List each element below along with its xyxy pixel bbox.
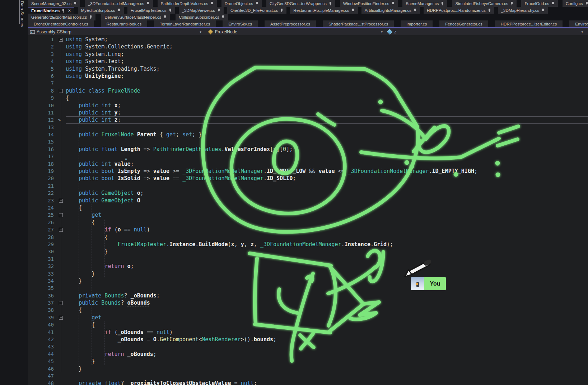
code-text[interactable]: public GameObject o; (66, 189, 588, 197)
type-dropdown[interactable]: FruxelNode ▾ (203, 28, 384, 35)
pin-icon[interactable] (117, 8, 121, 13)
code-text[interactable]: } (66, 248, 588, 255)
pin-icon[interactable] (89, 15, 92, 19)
tab-shaderpackage-stprocessor-cs[interactable]: ShaderPackage...stProcessor.cs (323, 20, 394, 27)
code-text[interactable]: public int z; (66, 116, 588, 123)
code-text[interactable]: using System; (66, 36, 588, 43)
code-text[interactable]: using System.Text; (66, 58, 588, 65)
code-text[interactable]: private Bounds? _oBounds; (66, 292, 588, 299)
code-text[interactable]: using UnityEngine; (66, 72, 588, 80)
tab-droneobject-cs[interactable]: DroneObject.cs (221, 0, 262, 7)
fold-collapse-icon[interactable] (59, 38, 63, 42)
pin-icon[interactable] (351, 8, 355, 13)
code-text[interactable]: } (66, 270, 588, 277)
fold-collapse-icon[interactable] (59, 316, 63, 320)
pin-icon[interactable] (329, 1, 332, 6)
data-sources-vertical-tab[interactable]: Data Sources (20, 1, 24, 27)
code-text[interactable]: using System.Threading.Tasks; (66, 65, 588, 72)
pin-icon[interactable] (255, 1, 258, 6)
tab-restauranthook-cs[interactable]: RestaurantHook.cs (101, 20, 148, 27)
code-text[interactable]: public bool IsSolid => value == _3DFound… (66, 175, 588, 182)
tab-windowpositionfinder-cs[interactable]: WindowPositionFinder.cs (340, 0, 398, 7)
code-text[interactable]: public class FruxelNode (66, 87, 588, 94)
code-text[interactable]: using System.Collections.Generic; (66, 43, 588, 50)
tab-scenemanager-02-cs[interactable]: SceneManager_02.cs (28, 0, 80, 7)
code-text[interactable] (66, 153, 588, 160)
code-text[interactable]: public int x; (66, 102, 588, 109)
code-text[interactable]: } (66, 365, 588, 372)
code-text[interactable]: { (66, 306, 588, 314)
tab-droneorientationcontroller-cs[interactable]: DroneOrientationController.cs (28, 20, 94, 27)
code-text[interactable]: { (66, 94, 588, 102)
tab-fruxelgrid-cs[interactable]: FruxelGrid.cs (521, 0, 557, 7)
pin-icon[interactable] (280, 8, 283, 13)
code-text[interactable] (66, 138, 588, 145)
tab-onesec3d-fileformat-cs[interactable]: OneSec3D_FileFormat.cs (227, 7, 286, 14)
tab-envirosky-cs[interactable]: EnviroSky.cs (223, 20, 258, 27)
tab-pathfinderdepthvalues-cs[interactable]: PathfinderDepthValues.cs (158, 0, 217, 7)
code-text[interactable]: public int y; (66, 109, 588, 116)
pin-icon[interactable] (510, 1, 513, 6)
code-text[interactable]: public float Length => PathfinderDepthVa… (66, 146, 588, 153)
project-dropdown[interactable]: Assembly-CSharp ▾ (28, 28, 203, 35)
fold-collapse-icon[interactable] (59, 89, 63, 93)
pin-icon[interactable] (585, 1, 588, 6)
code-text[interactable]: public bool IsEmpty => value >= _3DFound… (66, 168, 588, 175)
code-text[interactable]: using System.Linq; (66, 51, 588, 58)
tab-importer-cs[interactable]: Importer.cs (401, 20, 433, 27)
code-text[interactable]: } (66, 277, 588, 285)
code-text[interactable]: { (66, 321, 588, 328)
tab-enviroskymgr-cs[interactable]: EnviroSkyMgr.cs (569, 20, 588, 27)
code-text[interactable]: private float? _proximityToClosestObstac… (66, 380, 588, 385)
code-text[interactable] (66, 343, 588, 350)
fold-collapse-icon[interactable] (59, 228, 63, 232)
tab-citygen3dgen-torwrapper-cs[interactable]: CityGen3DGen...torWrapper.cs (266, 0, 335, 7)
code-text[interactable]: return _oBounds; (66, 351, 588, 358)
pin-icon[interactable] (74, 1, 77, 6)
code-text[interactable] (66, 124, 588, 131)
code-text[interactable]: _oBounds = O.GetComponent<MeshRenderer>(… (66, 336, 588, 343)
pin-icon[interactable] (217, 8, 220, 13)
tab-restaurantho-plemanager-cs[interactable]: RestaurantHo...pleManager.cs (290, 7, 358, 14)
code-text[interactable]: public FruxelNode Parent { get; set; } (66, 131, 588, 138)
tab-config-cs[interactable]: Config.cs (563, 0, 588, 7)
code-editor[interactable]: 1using System;2using System.Collections.… (28, 35, 588, 385)
code-text[interactable]: if (o == null) (66, 226, 588, 233)
code-text[interactable] (66, 255, 588, 263)
pin-icon[interactable] (169, 8, 172, 13)
fold-collapse-icon[interactable] (59, 213, 63, 217)
tab-fruxelmaptester-cs[interactable]: FruxelMapTester.cs (127, 7, 175, 14)
tab-fencesgenerator-cs[interactable]: FencesGenerator.cs (439, 20, 488, 27)
close-icon[interactable]: ✕ (68, 9, 71, 13)
chevron-down-icon[interactable]: ▾ (379, 30, 384, 34)
tab-myeditorscripts-cs[interactable]: MyEditorScripts.cs (78, 7, 124, 14)
tab--3dfoundatio-delmanager-cs[interactable]: _3DFoundatio...delManager.cs (85, 0, 153, 7)
fold-collapse-icon[interactable] (59, 301, 63, 305)
code-text[interactable]: return o; (66, 263, 588, 270)
code-text[interactable]: public Bounds? oBounds (66, 299, 588, 306)
tab-hdrppostproc-randomizer-cs[interactable]: HDRPPostproc...Randomizer.cs (424, 7, 494, 14)
tab-deliverysurfaceclasshelper-cs[interactable]: DeliverySurfaceClassHelper.cs (101, 14, 170, 20)
tab-artificiallightsmanager-cs[interactable]: ArtificialLightsManager.cs (361, 7, 420, 14)
code-text[interactable] (66, 182, 588, 189)
code-text[interactable]: public GameObject O (66, 197, 588, 204)
code-text[interactable]: get (66, 314, 588, 321)
pin-icon[interactable] (414, 8, 417, 13)
tab-fruxelnode-cs[interactable]: FruxelNode.cs✕ (28, 7, 74, 14)
pin-icon[interactable] (163, 15, 167, 19)
code-text[interactable]: FruxelMapTester.Instance.BuildNode(x, y,… (66, 241, 588, 248)
code-text[interactable]: if (_oBounds == null) (66, 329, 588, 336)
pin-icon[interactable] (488, 8, 491, 13)
pin-icon[interactable] (210, 1, 214, 6)
pin-icon[interactable] (146, 1, 150, 6)
code-text[interactable]: public int value; (66, 160, 588, 168)
tab--3dmapviewer-cs[interactable]: _3DMapViewer.cs (179, 7, 224, 14)
code-text[interactable]: } (66, 358, 588, 365)
member-dropdown[interactable]: z ▾ (384, 28, 588, 35)
tab--3dmaphierarchy-cs[interactable]: _3DMapHierarchy.cs (498, 7, 548, 14)
pin-icon[interactable] (221, 15, 225, 19)
code-text[interactable]: { (66, 219, 588, 226)
tab-terrainlayerrandomizer-cs[interactable]: TerrainLayerRandomizer.cs (154, 20, 216, 27)
pin-icon[interactable] (391, 1, 395, 6)
fold-collapse-icon[interactable] (59, 199, 63, 203)
